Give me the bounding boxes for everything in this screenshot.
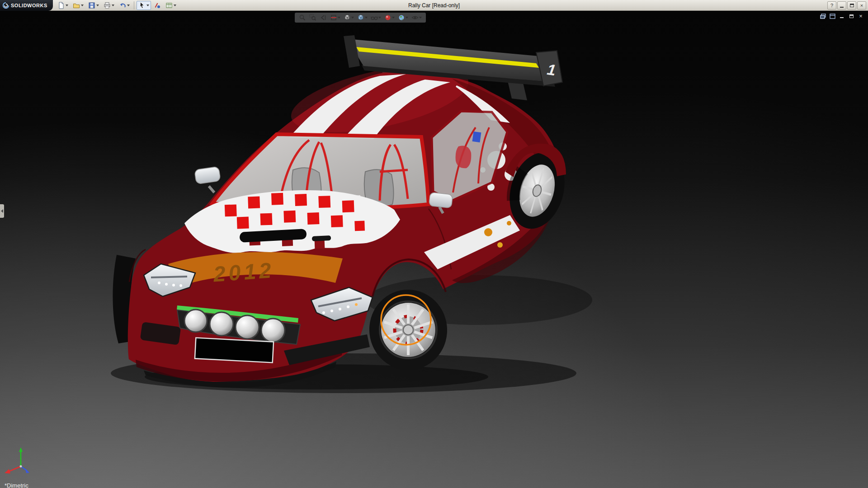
graphics-viewport[interactable]: 2012 — [0, 11, 868, 488]
maximize-button[interactable] — [847, 1, 856, 9]
mdi-close-button[interactable]: × — [857, 13, 864, 19]
x-axis-icon — [5, 469, 10, 474]
edit-appearance-icon — [384, 14, 392, 21]
display-style-icon — [357, 14, 364, 21]
document-title: Rally Car [Read-only] — [408, 2, 460, 9]
standard-toolbar — [53, 1, 181, 10]
zoom-area-button[interactable] — [308, 14, 317, 22]
collapse-arrow-icon — [1, 209, 3, 213]
open-button[interactable] — [71, 1, 85, 10]
select-cursor-icon — [138, 2, 146, 9]
maximize-icon — [850, 4, 854, 7]
open-folder-icon — [73, 2, 80, 9]
new-document-icon — [57, 2, 65, 9]
toolbar-separator — [134, 1, 134, 9]
instant3d-icon — [154, 2, 161, 9]
save-floppy-icon — [88, 2, 95, 9]
close-icon: × — [860, 3, 863, 8]
instant3d-button[interactable] — [152, 1, 163, 10]
zoom-to-fit-button[interactable] — [298, 14, 307, 22]
mdi-restore-icon — [849, 14, 854, 18]
apply-scene-button[interactable] — [397, 14, 409, 22]
design-table-icon — [165, 2, 173, 9]
hide-show-items-button[interactable] — [370, 14, 382, 22]
print-icon — [104, 2, 111, 9]
view-settings-icon — [411, 14, 419, 21]
mdi-minimize-button[interactable] — [838, 13, 845, 19]
rally-car-model[interactable]: 2012 — [0, 11, 868, 488]
featuremanager-flyout-tab[interactable] — [0, 204, 4, 218]
year-decal: 2012 — [212, 258, 275, 286]
previous-view-icon — [320, 14, 327, 21]
minimize-icon — [840, 7, 844, 8]
zoom-area-icon — [309, 14, 316, 21]
undo-arrow-icon — [119, 2, 126, 9]
cascade-window-icon — [820, 14, 826, 19]
mirror-left — [194, 166, 221, 192]
view-orientation-icon — [344, 14, 351, 21]
print-button[interactable] — [102, 1, 116, 10]
y-axis-icon — [19, 447, 23, 452]
mdi-window-controls: × — [819, 13, 864, 19]
minimize-button[interactable] — [837, 1, 846, 9]
mdi-minimize-icon — [840, 17, 844, 18]
logo-text: SOLIDWORKS — [11, 3, 47, 8]
select-button[interactable] — [137, 1, 151, 10]
previous-view-button[interactable] — [319, 14, 328, 22]
new-button[interactable] — [56, 1, 70, 10]
edit-appearance-button[interactable] — [383, 14, 396, 22]
display-style-button[interactable] — [356, 14, 368, 22]
hide-show-items-icon — [371, 14, 378, 21]
front-plate — [195, 338, 274, 363]
mdi-window-button-2[interactable] — [829, 13, 836, 19]
save-button[interactable] — [86, 1, 101, 10]
window-controls: ? × — [827, 0, 866, 11]
undo-button[interactable] — [117, 1, 132, 10]
help-icon: ? — [830, 3, 833, 8]
view-orientation-label: *Dimetric — [5, 482, 28, 488]
titlebar: SOLIDWORKS — [0, 0, 868, 11]
help-button[interactable]: ? — [827, 1, 836, 9]
view-orientation-button[interactable] — [343, 14, 355, 22]
3ds-swirl-icon — [3, 2, 9, 9]
mdi-restore-button[interactable] — [848, 13, 855, 19]
mdi-window-button-1[interactable] — [819, 13, 826, 19]
apply-scene-icon — [398, 14, 405, 21]
mdi-close-icon: × — [859, 13, 863, 19]
reference-triad — [3, 445, 39, 480]
tile-window-icon — [830, 14, 835, 19]
solidworks-window: SOLIDWORKS — [0, 0, 868, 488]
close-button[interactable]: × — [857, 1, 866, 9]
view-settings-button[interactable] — [410, 14, 423, 22]
section-view-button[interactable] — [329, 14, 341, 22]
heads-up-view-toolbar — [295, 13, 426, 23]
zoom-to-fit-icon — [299, 14, 306, 21]
options-button[interactable] — [164, 1, 178, 10]
z-axis-icon — [25, 469, 29, 473]
section-view-icon — [330, 14, 337, 21]
solidworks-logo: SOLIDWORKS — [0, 0, 53, 11]
